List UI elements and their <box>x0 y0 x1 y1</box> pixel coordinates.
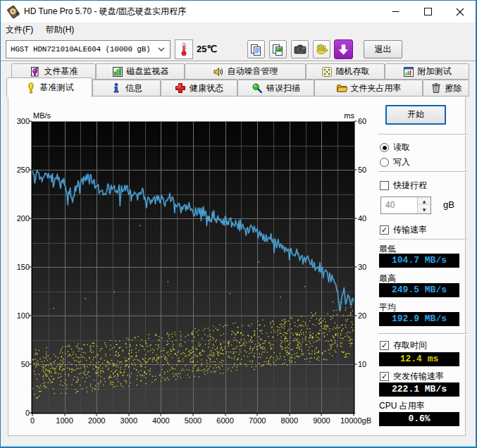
avg-value-display: 192.9 MB/s <box>379 312 459 326</box>
copy-image-icon <box>272 44 284 56</box>
chevron-down-icon <box>158 47 165 51</box>
read-radio[interactable] <box>380 143 389 152</box>
maximize-icon <box>424 8 432 15</box>
access-time-label: 存取时间 <box>393 340 427 351</box>
tab-health[interactable]: 健康状态 <box>161 80 237 97</box>
screenshot-camera-icon <box>294 44 306 54</box>
copy-image-button[interactable] <box>269 40 287 58</box>
tab-label: 错误扫描 <box>266 82 300 94</box>
max-value-display: 249.5 MB/s <box>379 283 459 297</box>
extra-tests-icon <box>403 66 414 77</box>
write-radio[interactable] <box>380 158 389 167</box>
separator <box>378 171 468 173</box>
disk-monitor-icon <box>112 66 123 77</box>
hdtune-window: { "window": { "title": "HD Tune Pro 5.70… <box>0 0 477 448</box>
access-time-row[interactable]: ✓ 存取时间 <box>380 340 427 351</box>
write-radio-row[interactable]: 写入 <box>380 156 410 168</box>
close-icon <box>456 8 464 16</box>
start-button[interactable]: 开始 <box>385 105 446 125</box>
window-title: HD Tune Pro 5.70 - 硬盘/固态硬盘实用程序 <box>24 1 186 23</box>
update-download-icon <box>338 44 349 56</box>
short-stroke-checkbox[interactable] <box>380 181 389 190</box>
tab-label: 自动噪音管理 <box>228 66 278 77</box>
read-label: 读取 <box>393 142 410 154</box>
toolbar: HGST HDN721010ALE604 (10000 gB) 25℃ <box>1 37 476 61</box>
burst-rate-checkbox[interactable]: ✓ <box>380 372 389 381</box>
toolbar-separator-highlight <box>1 61 476 62</box>
donate-button[interactable] <box>313 40 330 58</box>
erase-icon <box>430 82 442 94</box>
tab-random-access[interactable]: 随机存取 <box>306 63 385 80</box>
short-stroke-spinner[interactable]: 40 ▲▼ <box>380 197 431 214</box>
tab-disk-monitor[interactable]: 磁盘监视器 <box>96 63 185 80</box>
app-hdd-icon <box>7 6 20 18</box>
tab-label: 文件夹占用率 <box>351 82 402 94</box>
short-stroke-row[interactable]: 快捷行程 <box>380 180 427 192</box>
start-label: 开始 <box>407 109 424 119</box>
benchmark-icon <box>25 82 37 94</box>
min-value-display: 104.7 MB/s <box>379 254 459 268</box>
short-stroke-label: 快捷行程 <box>393 180 427 192</box>
short-stroke-unit: gB <box>443 199 454 210</box>
tab-label: 随机存取 <box>336 66 370 77</box>
close-button[interactable] <box>444 1 476 23</box>
aam-speaker-icon <box>213 66 224 77</box>
tab-label: 附加测试 <box>418 66 452 77</box>
burst-rate-display: 222.1 MB/s <box>379 382 459 397</box>
separator <box>378 134 468 135</box>
cpu-value-display: 0.6% <box>379 412 459 426</box>
exit-label: 退出 <box>375 44 392 54</box>
tab-label: 健康状态 <box>190 82 223 94</box>
title-bar: HD Tune Pro 5.70 - 硬盘/固态硬盘实用程序 <box>1 1 476 23</box>
tab-info[interactable]: 信息 <box>92 80 161 97</box>
spinner-up-icon[interactable]: ▲ <box>418 197 430 205</box>
transfer-rate-row[interactable]: ✓ 传输速率 <box>380 224 427 236</box>
tab-aam[interactable]: 自动噪音管理 <box>185 63 306 80</box>
separator <box>378 333 468 335</box>
tab-extra-tests[interactable]: 附加测试 <box>385 63 469 80</box>
copy-text-icon <box>250 44 262 56</box>
screenshot-button[interactable] <box>291 40 309 58</box>
access-time-checkbox[interactable]: ✓ <box>380 341 389 350</box>
burst-rate-row[interactable]: ✓ 突发传输速率 <box>380 371 444 382</box>
folder-usage-icon <box>336 82 347 94</box>
tab-erase[interactable]: 擦除 <box>423 80 469 97</box>
read-radio-row[interactable]: 读取 <box>380 142 410 154</box>
tab-benchmark[interactable]: 基准测试 <box>6 77 92 97</box>
transfer-rate-label: 传输速率 <box>393 224 427 236</box>
exit-button[interactable]: 退出 <box>364 40 402 58</box>
tab-label: 文件基准 <box>44 66 78 77</box>
radio-selected-dot <box>383 146 387 150</box>
menu-bar: 文件(F) 帮助(H) <box>1 23 476 37</box>
tab-folder-usage[interactable]: 文件夹占用率 <box>314 80 423 97</box>
drive-selector-value: HGST HDN721010ALE604 (10000 gB) <box>11 41 150 58</box>
tab-label: 擦除 <box>445 82 462 94</box>
minimize-icon <box>392 8 399 15</box>
health-icon <box>175 82 186 94</box>
maximize-button[interactable] <box>411 1 444 23</box>
minimize-button[interactable] <box>379 1 411 23</box>
access-time-display: 12.4 ms <box>379 352 459 366</box>
menu-file[interactable]: 文件(F) <box>1 23 38 37</box>
tab-label: 信息 <box>125 82 142 94</box>
tab-error-scan[interactable]: 错误扫描 <box>237 80 314 97</box>
drive-selector[interactable]: HGST HDN721010ALE604 (10000 gB) <box>6 40 171 58</box>
copy-text-button[interactable] <box>247 40 265 58</box>
transfer-rate-checkbox[interactable]: ✓ <box>380 225 389 235</box>
burst-rate-label: 突发传输速率 <box>393 371 444 382</box>
temperature-button[interactable] <box>175 39 193 59</box>
update-button[interactable] <box>334 39 353 59</box>
separator <box>378 239 468 240</box>
thermometer-icon <box>180 42 187 56</box>
info-icon <box>111 82 122 94</box>
tab-label: 基准测试 <box>40 82 74 94</box>
menu-help[interactable]: 帮助(H) <box>41 23 80 37</box>
spinner-buttons: ▲▼ <box>417 197 430 213</box>
cpu-label: CPU 占用率 <box>379 400 425 412</box>
spinner-down-icon[interactable]: ▼ <box>418 206 430 213</box>
random-access-dice-icon <box>321 66 333 77</box>
error-scan-icon <box>252 82 263 94</box>
tab-label: 磁盘监视器 <box>127 66 169 77</box>
file-benchmark-icon <box>30 66 41 77</box>
short-stroke-value: 40 <box>385 197 395 213</box>
